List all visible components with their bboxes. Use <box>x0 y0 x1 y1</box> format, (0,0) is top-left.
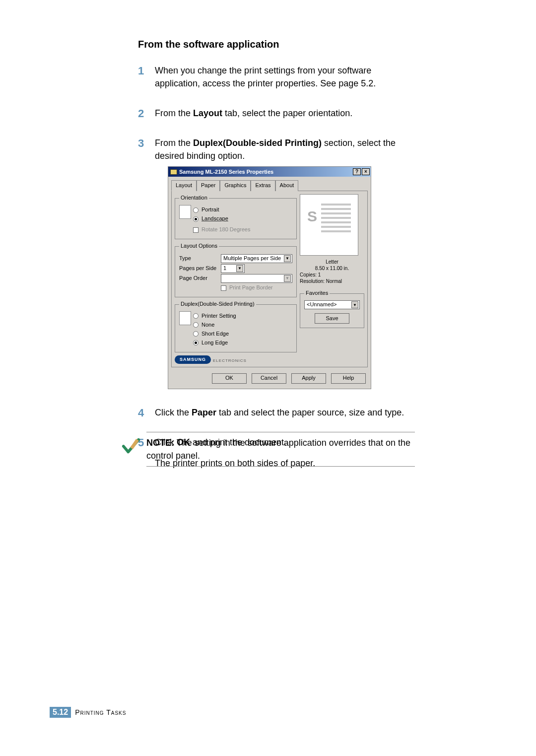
duplex-long-edge-radio[interactable] <box>193 340 199 345</box>
layout-options-group: Layout Options Type Multiple Pages per S… <box>175 242 297 297</box>
duplex-short-edge-radio[interactable] <box>193 331 199 337</box>
tab-graphics[interactable]: Graphics <box>220 180 251 191</box>
pages-per-side-dropdown[interactable]: 1 <box>221 264 245 273</box>
page-order-label: Page Order <box>179 275 218 282</box>
duplex-opt-label: None <box>201 321 214 329</box>
brand-name: SAMSUNG <box>175 355 211 364</box>
orientation-legend: Orientation <box>179 194 209 202</box>
print-page-border-checkbox[interactable] <box>221 285 226 291</box>
preview-copies: Copies: 1 <box>300 272 364 278</box>
rotate-label: Rotate 180 Degrees <box>201 226 250 234</box>
step-text-pre: Click the <box>155 408 192 417</box>
tab-about[interactable]: About <box>275 180 299 191</box>
step-text-post: tab, select the paper orientation. <box>222 108 352 118</box>
note-box: NOTE: The setting in the software applic… <box>146 432 415 467</box>
orientation-icon <box>179 205 191 219</box>
preview-paper: Letter <box>300 259 364 265</box>
note-text: The setting in the software application … <box>146 438 410 461</box>
ok-button[interactable]: OK <box>212 373 247 384</box>
svg-rect-0 <box>130 439 138 449</box>
pages-per-side-label: Pages per Side <box>179 265 218 273</box>
tab-strip: Layout Paper Graphics Extras About <box>168 177 371 191</box>
tab-paper[interactable]: Paper <box>197 180 220 191</box>
save-button[interactable]: Save <box>315 313 349 324</box>
duplex-legend: Duplex(Double-Sided Printing) <box>179 300 256 308</box>
note-pencil-icon <box>122 437 140 456</box>
step-3: 3 From the Duplex(Double-sided Printing)… <box>138 137 416 389</box>
step-text-bold: Paper <box>192 408 216 417</box>
preview-resolution: Resolution: Normal <box>300 278 364 284</box>
duplex-icon <box>179 311 191 325</box>
tab-extras[interactable]: Extras <box>251 180 275 191</box>
duplex-opt-label: Short Edge <box>201 330 229 338</box>
type-value: Multiple Pages per Side <box>223 255 281 263</box>
printer-properties-dialog: Samsung ML-2150 Series Properties ? × La… <box>168 166 371 389</box>
type-label: Type <box>179 255 218 263</box>
favorites-legend: Favorites <box>304 289 330 297</box>
layout-options-legend: Layout Options <box>179 242 219 250</box>
dialog-buttons: OK Cancel Apply Help <box>168 370 371 389</box>
chapter-badge: 5.12 <box>50 707 71 718</box>
chapter-num: 5. <box>53 708 59 716</box>
close-titlebar-button[interactable]: × <box>362 168 370 175</box>
rotate-checkbox[interactable] <box>193 227 199 233</box>
titlebar: Samsung ML-2150 Series Properties ? × <box>168 167 371 177</box>
brand-sub: ELECTRONICS <box>213 358 247 364</box>
printer-icon <box>170 169 177 175</box>
chevron-down-icon <box>284 275 291 282</box>
step-number: 3 <box>138 136 144 151</box>
preview-s-icon: S <box>307 206 318 222</box>
pages-per-side-value: 1 <box>223 265 226 273</box>
page-footer: 5.12 Printing Tasks <box>50 707 126 718</box>
portrait-label: Portrait <box>201 206 219 214</box>
landscape-radio[interactable] <box>193 216 199 222</box>
step-number: 2 <box>138 106 144 122</box>
preview-pane: S <box>300 194 358 256</box>
help-titlebar-button[interactable]: ? <box>353 168 361 175</box>
section-heading: From the software application <box>138 39 416 50</box>
favorites-value: <Unnamed> <box>307 301 337 309</box>
chevron-down-icon <box>284 255 291 262</box>
page-num: 12 <box>59 708 68 716</box>
apply-button[interactable]: Apply <box>291 373 326 384</box>
step-text-bold: Layout <box>193 108 222 118</box>
step-text-pre: From the <box>155 108 193 118</box>
duplex-group: Duplex(Double-Sided Printing) Printer Se… <box>175 300 297 352</box>
favorites-group: Favorites <Unnamed> Save <box>300 289 364 328</box>
landscape-label: Landscape <box>201 215 228 223</box>
duplex-opt-label: Printer Setting <box>201 312 236 320</box>
footer-section: Printing Tasks <box>75 708 126 716</box>
step-number: 4 <box>138 405 144 421</box>
help-button[interactable]: Help <box>331 373 366 384</box>
step-2: 2 From the Layout tab, select the paper … <box>138 107 416 120</box>
duplex-printer-setting-radio[interactable] <box>193 313 199 319</box>
tab-body: Orientation Portrait <box>171 191 368 367</box>
note-label: NOTE: <box>146 438 174 448</box>
duplex-none-radio[interactable] <box>193 322 199 328</box>
print-page-border-label: Print Page Border <box>229 284 272 292</box>
chevron-down-icon <box>351 301 358 308</box>
step-text-post: tab and select the paper source, size an… <box>216 408 404 417</box>
preview-meta: Letter 8.50 x 11.00 in. Copies: 1 Resolu… <box>300 259 364 284</box>
cancel-button[interactable]: Cancel <box>252 373 286 384</box>
step-text-bold: Duplex(Double-sided Printing) <box>193 138 322 148</box>
orientation-group: Orientation Portrait <box>175 194 297 239</box>
preview-size: 8.50 x 11.00 in. <box>300 265 364 272</box>
portrait-radio[interactable] <box>193 207 199 213</box>
tab-layout[interactable]: Layout <box>171 180 197 191</box>
brand-logo: SAMSUNG ELECTRONICS <box>175 355 297 364</box>
step-text: When you change the print settings from … <box>155 66 376 88</box>
duplex-opt-label: Long Edge <box>201 339 228 347</box>
type-dropdown[interactable]: Multiple Pages per Side <box>221 254 292 263</box>
step-1: 1 When you change the print settings fro… <box>138 64 416 90</box>
favorites-dropdown[interactable]: <Unnamed> <box>304 300 360 309</box>
step-number: 1 <box>138 63 144 79</box>
page-order-dropdown[interactable] <box>221 274 292 283</box>
preview-lines-icon <box>321 204 351 235</box>
steps-list: 1 When you change the print settings fro… <box>138 64 416 470</box>
step-4: 4 Click the Paper tab and select the pap… <box>138 406 416 419</box>
chevron-down-icon <box>236 265 243 272</box>
dialog-title: Samsung ML-2150 Series Properties <box>179 168 352 176</box>
step-text-pre: From the <box>155 138 193 148</box>
